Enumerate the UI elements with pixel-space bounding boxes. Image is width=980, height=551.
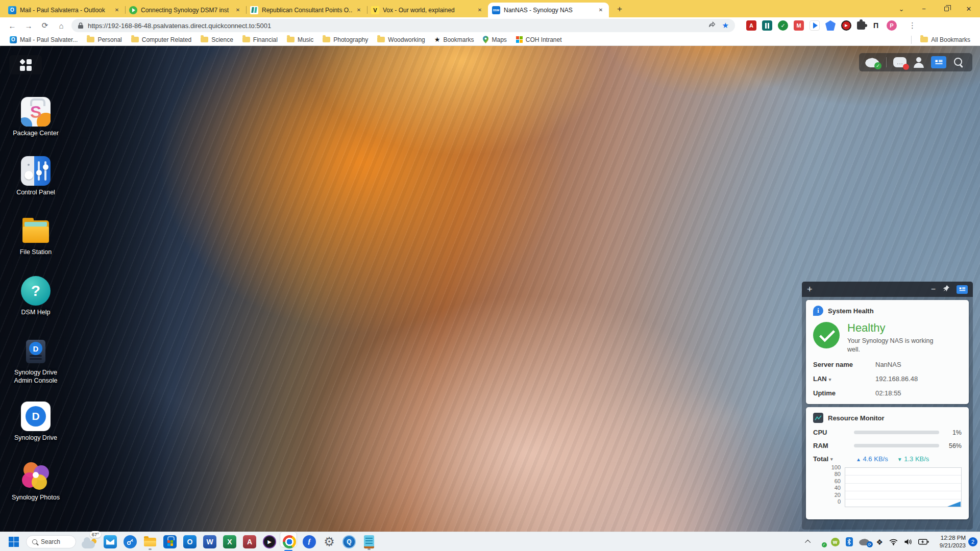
desktop-icon-synology-drive[interactable]: D Synology Drive — [7, 402, 64, 442]
forward-button[interactable]: → — [21, 18, 36, 33]
back-button[interactable]: ← — [5, 18, 19, 33]
lan-dropdown[interactable]: LAN▾ — [813, 375, 875, 383]
taskbar-file-explorer[interactable] — [142, 533, 158, 550]
tab-close-icon[interactable]: ✕ — [234, 6, 242, 14]
share-icon[interactable] — [708, 20, 716, 31]
taskbar-settings[interactable]: ⚙ — [322, 533, 337, 550]
user-account-icon[interactable] — [913, 57, 924, 68]
bookmark-star-icon[interactable]: ★ — [722, 21, 729, 30]
weather-widget[interactable]: 67° — [81, 533, 98, 550]
bookmark-folder-music[interactable]: Music — [282, 35, 318, 45]
taskbar-search[interactable]: Search — [26, 535, 76, 548]
extensions-puzzle-icon[interactable] — [857, 21, 865, 30]
desktop-icon-synology-drive-admin-console[interactable]: D Synology Drive Admin Console — [7, 336, 64, 385]
bookmark-folder-science[interactable]: Science — [196, 35, 238, 45]
bookmark-item-bookmarks[interactable]: ★ Bookmarks — [430, 35, 479, 45]
window-restore-button[interactable] — [935, 0, 958, 17]
onedrive-icon[interactable]: ⟳ — [859, 538, 870, 545]
home-button[interactable]: ⌂ — [54, 18, 68, 33]
browser-menu-icon[interactable]: ⋮ — [909, 21, 916, 30]
taskbar-ms-store[interactable] — [162, 533, 178, 550]
tab-republican-consultant[interactable]: Republican Consultant Points O... ✕ — [246, 3, 367, 17]
temperature-badge: 67° — [90, 531, 101, 538]
taskbar-key-app[interactable] — [122, 533, 138, 550]
pin-widgets-icon[interactable] — [943, 285, 949, 294]
desktop-icon-dsm-help[interactable]: ? DSM Help — [7, 276, 64, 316]
widget-panel-icon[interactable] — [931, 56, 946, 68]
bluetooth-icon[interactable] — [846, 537, 853, 546]
bookmark-label: Bookmarks — [443, 36, 474, 43]
bookmark-item-mail[interactable]: O Mail - Paul Salvater... — [5, 35, 82, 45]
tab-vox[interactable]: V Vox - Our world, explained ✕ — [367, 3, 488, 17]
notification-count-badge[interactable]: 2 — [968, 537, 977, 546]
tray-overflow-chevron-icon[interactable] — [804, 540, 810, 545]
add-widget-button[interactable]: + — [807, 285, 813, 294]
battery-icon[interactable] — [918, 539, 929, 545]
notifications-icon[interactable]: … — [893, 57, 906, 67]
taskbar-access[interactable]: A — [242, 533, 257, 550]
taskbar-mail-app[interactable] — [103, 533, 118, 550]
extension-icon-play-outline[interactable] — [810, 20, 820, 31]
collapse-widgets-button[interactable]: − — [931, 285, 936, 294]
bookmark-folder-financial[interactable]: Financial — [238, 35, 282, 45]
dropbox-icon[interactable]: ❖ — [876, 538, 883, 546]
dsm-desktop: S Package Center Control Panel File Stat… — [0, 46, 980, 532]
lock-icon[interactable] — [78, 22, 84, 29]
bookmark-folder-woodworking[interactable]: Woodworking — [373, 35, 429, 45]
new-tab-button[interactable]: + — [613, 3, 626, 16]
taskbar-chrome-active[interactable] — [282, 533, 297, 550]
quickconnect-cloud-icon[interactable]: ✓ — [865, 57, 879, 67]
webroot-icon[interactable]: w — [831, 538, 840, 546]
taskbar-media-player[interactable]: ▶ — [262, 533, 277, 550]
windows-security-icon[interactable]: ✓ — [817, 538, 825, 546]
extension-icon-pink-p[interactable]: P — [887, 20, 897, 31]
desktop-icon-file-station[interactable]: File Station — [7, 216, 64, 256]
extension-icon-red-m[interactable]: M — [794, 20, 804, 31]
extension-icon-blue-shield[interactable] — [825, 20, 836, 31]
taskbar-q-app[interactable]: Q — [341, 533, 357, 550]
taskbar-notepad[interactable] — [361, 533, 377, 550]
package-center-icon: S — [21, 97, 51, 127]
taskbar-excel[interactable]: X — [222, 533, 237, 550]
extension-icon-red-circle-play[interactable]: ▶ — [841, 20, 851, 31]
tab-search-chevron-icon[interactable]: ⌄ — [890, 0, 913, 17]
widget-layout-icon[interactable] — [957, 285, 968, 294]
app-launcher-button[interactable] — [9, 55, 42, 74]
bookmark-item-maps[interactable]: Maps — [478, 35, 511, 45]
reload-button[interactable]: ⟳ — [38, 18, 52, 33]
extension-icon-pi[interactable]: Π — [871, 20, 881, 31]
taskbar-f-app[interactable]: ƒ — [302, 533, 317, 550]
tab-outlook-mail[interactable]: O Mail - Paul Salvaterra - Outlook ✕ — [4, 3, 125, 17]
desktop-icon-control-panel[interactable]: Control Panel — [7, 156, 64, 196]
total-dropdown[interactable]: Total▾ — [813, 455, 854, 463]
volume-icon[interactable] — [904, 538, 912, 545]
taskbar-clock[interactable]: 12:28 PM 9/21/2023 — [940, 534, 966, 549]
extensions-row: A ✓ M ▶ Π P ⋮ — [746, 20, 916, 31]
folder-icon — [920, 37, 928, 42]
extension-icon-red-a[interactable]: A — [746, 20, 756, 31]
start-button[interactable] — [6, 533, 21, 550]
wifi-icon[interactable] — [889, 539, 898, 545]
ram-row: RAM 56% — [813, 442, 962, 449]
tab-close-icon[interactable]: ✕ — [355, 6, 363, 14]
window-close-button[interactable]: ✕ — [958, 0, 980, 17]
tab-close-icon[interactable]: ✕ — [476, 6, 484, 14]
taskbar-word[interactable]: W — [202, 533, 217, 550]
extension-icon-green-check[interactable]: ✓ — [778, 20, 788, 31]
taskbar-outlook[interactable]: O — [182, 533, 198, 550]
desktop-icon-package-center[interactable]: S Package Center — [7, 97, 64, 137]
bookmark-item-coh-intranet[interactable]: COH Intranet — [511, 35, 567, 45]
tab-close-icon[interactable]: ✕ — [113, 6, 121, 14]
extension-icon-teal-bars[interactable] — [762, 20, 772, 31]
tab-nannas-active[interactable]: DSM NanNAS - Synology NAS ✕ — [488, 3, 609, 17]
search-icon[interactable] — [953, 57, 964, 68]
window-minimize-button[interactable]: − — [913, 0, 935, 17]
tab-close-icon[interactable]: ✕ — [597, 6, 605, 14]
bookmark-folder-personal[interactable]: Personal — [82, 35, 126, 45]
desktop-icon-synology-photos[interactable]: Synology Photos — [7, 461, 64, 502]
bookmark-folder-photography[interactable]: Photography — [318, 35, 373, 45]
address-bar[interactable]: https://192-168-86-48.psalvatenas.direct… — [71, 19, 735, 32]
tab-synology-dsm7[interactable]: Connecting Synology DSM7 inst ✕ — [125, 3, 246, 17]
all-bookmarks-button[interactable]: All Bookmarks — [916, 35, 975, 45]
bookmark-folder-computer-related[interactable]: Computer Related — [127, 35, 196, 45]
